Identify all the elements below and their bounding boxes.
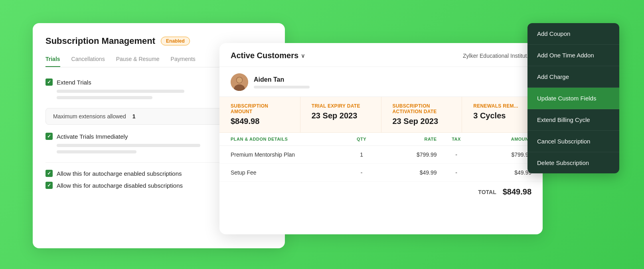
total-value: $849.98 — [503, 187, 531, 196]
autocharge-enabled-label: Allow this for autocharge enabled subscr… — [57, 170, 182, 177]
td-qty-1: - — [342, 169, 381, 176]
tab-cancellations[interactable]: Cancellations — [71, 56, 105, 67]
stat-label-2: Subscription Activation Date — [393, 103, 451, 114]
stat-trial-expiry: Trial Expiry Date 23 Sep 2023 — [300, 97, 381, 132]
td-rate-1: $49.99 — [381, 169, 437, 176]
max-extensions-label: Maximum extensions allowed — [53, 113, 126, 120]
menu-item-update-custom-fields[interactable]: Update Custom Fields — [527, 88, 619, 109]
td-rate-0: $799.99 — [381, 151, 437, 158]
max-extensions-value: 1 — [132, 113, 136, 120]
enabled-badge: Enabled — [161, 37, 190, 45]
active-customers-label: Active Customers — [231, 51, 298, 60]
stat-subscription-amount: Subscription Amount $849.98 — [219, 97, 300, 132]
stats-row: Subscription Amount $849.98 Trial Expiry… — [219, 97, 543, 133]
td-amount-0: $799.99 — [476, 151, 531, 158]
dropdown-menu: Add Coupon Add One Time Addon Add Charge… — [527, 23, 619, 173]
tab-payments[interactable]: Payments — [171, 56, 196, 67]
activate-trials-label: Activate Trials Immediately — [57, 133, 128, 140]
right-card-header: Active Customers ∨ Zylker Educational In… — [219, 43, 543, 67]
tab-pause-resume[interactable]: Pause & Resume — [116, 56, 160, 67]
td-tax-1: - — [437, 169, 476, 176]
autocharge-disabled-label: Allow this for autocharge disabled subsc… — [57, 182, 183, 189]
org-name: Zylker Educational Institut... — [463, 53, 531, 59]
customer-name: Aiden Tan — [254, 76, 310, 83]
stat-label-1: Trial Expiry Date — [312, 103, 370, 109]
extend-trials-checkbox[interactable] — [45, 79, 53, 86]
table-row-1: Setup Fee - $49.99 - $49.99 — [219, 164, 543, 182]
stat-value-3: 3 Cycles — [473, 111, 531, 120]
menu-item-cancel-subscription[interactable]: Cancel Subscription — [527, 131, 619, 152]
menu-item-add-addon[interactable]: Add One Time Addon — [527, 45, 619, 66]
total-label: TOTAL — [478, 189, 496, 195]
activate-trials-checkbox[interactable] — [45, 133, 53, 140]
customer-row: Aiden Tan — [219, 67, 543, 97]
customer-sub-placeholder — [254, 86, 310, 88]
th-plan: Plan & Addon Details — [231, 137, 342, 141]
tab-trials[interactable]: Trials — [45, 56, 60, 67]
customer-info: Aiden Tan — [254, 76, 310, 88]
active-customers-card: Active Customers ∨ Zylker Educational In… — [219, 43, 543, 234]
svg-point-3 — [237, 77, 242, 83]
placeholder-line-1 — [57, 90, 184, 93]
menu-item-extend-billing[interactable]: Extend Billing Cycle — [527, 109, 619, 131]
placeholder-line-2 — [57, 96, 152, 99]
stat-value-2: 23 Sep 2023 — [393, 117, 451, 126]
td-plan-0: Premium Mentorship Plan — [231, 151, 342, 158]
extend-trials-label: Extend Trials — [57, 79, 91, 86]
stat-value-1: 23 Sep 2023 — [312, 111, 370, 120]
card-title: Subscription Management — [45, 36, 155, 46]
td-qty-0: 1 — [342, 151, 381, 158]
menu-item-add-coupon[interactable]: Add Coupon — [527, 23, 619, 45]
placeholder-line-3 — [57, 144, 200, 147]
td-plan-1: Setup Fee — [231, 169, 342, 176]
stat-activation-date: Subscription Activation Date 23 Sep 2023 — [381, 97, 462, 132]
table-row-0: Premium Mentorship Plan 1 $799.99 - $799… — [219, 146, 543, 164]
th-tax: TAX — [437, 137, 476, 141]
stat-value-0: $849.98 — [231, 117, 289, 126]
menu-item-add-charge[interactable]: Add Charge — [527, 66, 619, 88]
autocharge-disabled-checkbox[interactable] — [45, 182, 53, 189]
td-amount-1: $49.99 — [476, 169, 531, 176]
total-row: TOTAL $849.98 — [219, 182, 543, 202]
th-rate: RATE — [381, 137, 437, 141]
placeholder-line-4 — [57, 150, 136, 153]
autocharge-enabled-checkbox[interactable] — [45, 170, 53, 177]
th-amount: AMOUNT — [476, 137, 531, 141]
menu-item-delete-subscription[interactable]: Delete Subscription — [527, 152, 619, 173]
table-header: Plan & Addon Details QTY RATE TAX AMOUNT — [219, 133, 543, 146]
stat-label-3: Renewals rem... — [473, 103, 531, 109]
avatar — [231, 73, 248, 91]
chevron-down-icon[interactable]: ∨ — [301, 53, 305, 59]
active-customers-title: Active Customers ∨ — [231, 51, 305, 60]
th-qty: QTY — [342, 137, 381, 141]
td-tax-0: - — [437, 151, 476, 158]
stat-label-0: Subscription Amount — [231, 103, 289, 114]
